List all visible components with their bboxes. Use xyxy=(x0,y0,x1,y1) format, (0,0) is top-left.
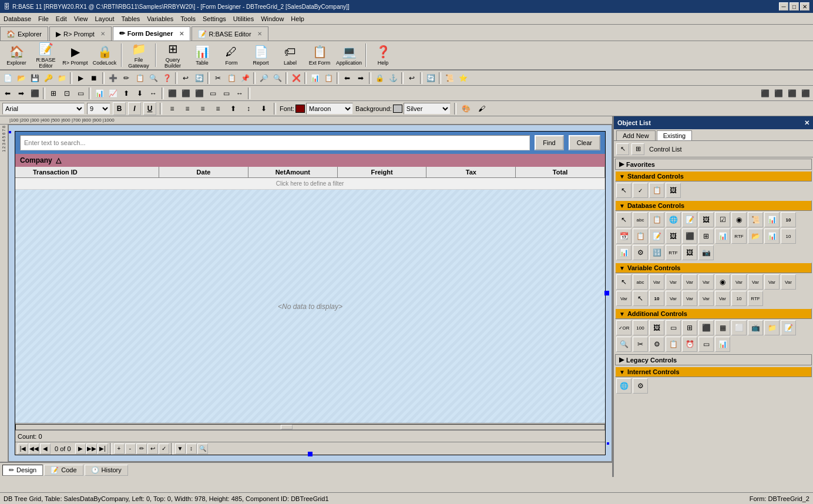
tab-rbase-editor[interactable]: 📝 R:BASE Editor ✕ xyxy=(192,26,268,41)
db-ctrl-13[interactable]: 📋 xyxy=(633,229,648,244)
grid-mode-btn[interactable]: ⊞ xyxy=(631,143,644,155)
ctrl-arrow[interactable]: ↖ xyxy=(616,183,631,198)
var-ctrl-17[interactable]: Var xyxy=(698,291,714,306)
db-ctrl-19[interactable]: RTF xyxy=(731,229,747,244)
search-input[interactable] xyxy=(20,135,530,150)
paste-icon[interactable]: 📌 xyxy=(238,72,251,85)
internet-header[interactable]: ▼ Internet Controls xyxy=(615,367,812,377)
clear-button[interactable]: Clear xyxy=(569,135,600,150)
refresh-icon[interactable]: 🔄 xyxy=(424,72,437,85)
db-ctrl-16[interactable]: ⬛ xyxy=(682,229,697,244)
tb2-17[interactable]: ⬛ xyxy=(193,87,206,100)
tab-explorer[interactable]: 🏠 Explorer xyxy=(0,26,48,41)
db-ctrl-21[interactable]: 📊 xyxy=(764,229,780,244)
h-scroll-track[interactable] xyxy=(15,424,605,430)
top-left-handle[interactable] xyxy=(9,131,11,133)
var-ctrl-8[interactable]: Var xyxy=(731,274,747,290)
toolbar-btn-explorer[interactable]: 🏠 Explorer xyxy=(2,42,31,69)
toolbar-btn-help[interactable]: ❓ Help xyxy=(369,42,397,69)
tb1-21[interactable]: ➡ xyxy=(354,72,367,85)
tab-close-prompt[interactable]: ✕ xyxy=(100,31,105,37)
menu-item-help[interactable]: Help xyxy=(287,14,308,23)
tb2-2[interactable]: ➡ xyxy=(15,87,28,100)
add-ctrl-14[interactable]: ⚙ xyxy=(649,337,664,352)
add-ctrl-4[interactable]: ▭ xyxy=(666,320,681,335)
tb2-5[interactable]: ⊞ xyxy=(47,87,60,100)
sort-icon[interactable]: 📋 xyxy=(133,72,146,85)
minimize-btn[interactable]: ─ xyxy=(779,2,788,11)
open-icon[interactable]: 📂 xyxy=(15,72,28,85)
tb2-9[interactable]: 📊 xyxy=(93,87,106,100)
menu-item-variables[interactable]: Variables xyxy=(143,14,177,23)
variable-header[interactable]: ▼ Variable Controls xyxy=(615,263,812,273)
toolbar-btn-label[interactable]: 🏷 Label xyxy=(276,42,304,69)
nav-next[interactable]: ▶ xyxy=(75,443,86,454)
add-ctrl-12[interactable]: 🔍 xyxy=(616,337,631,352)
var-ctrl-16[interactable]: Var xyxy=(682,291,697,306)
nav-refresh2[interactable]: ↩ xyxy=(147,443,158,454)
nav-filter[interactable]: ▼ xyxy=(175,443,186,454)
toolbar-btn-rbase-editor[interactable]: 📝 R:BASE Editor xyxy=(32,42,60,69)
h-scrollbar[interactable] xyxy=(15,423,605,430)
new-icon[interactable]: 📄 xyxy=(1,72,14,85)
align-top-btn[interactable]: ⬆ xyxy=(227,102,240,115)
db-ctrl-23[interactable]: 📊 xyxy=(616,245,631,260)
add-ctrl-3[interactable]: 🖼 xyxy=(649,320,664,335)
bold-btn[interactable]: B xyxy=(113,102,126,115)
add-ctrl-13[interactable]: ✂ xyxy=(633,337,648,352)
db-ctrl-12[interactable]: 📆 xyxy=(616,229,631,244)
toolbar-btn-ext-form[interactable]: 📋 Ext Form xyxy=(305,42,334,69)
add-ctrl-17[interactable]: ▭ xyxy=(698,337,714,352)
tb1-20[interactable]: ⬅ xyxy=(341,72,354,85)
bottom-tab-code[interactable]: 📝 Code xyxy=(44,465,83,476)
var-ctrl-10[interactable]: Var xyxy=(764,274,780,290)
right-handle[interactable] xyxy=(604,291,609,295)
db-ctrl-2[interactable]: abc xyxy=(633,212,648,227)
title-bar-controls[interactable]: ─ □ ✕ xyxy=(779,2,809,11)
var-ctrl-18[interactable]: Var xyxy=(715,291,730,306)
filter-row[interactable]: Click here to define a filter xyxy=(15,178,605,190)
object-list-close[interactable]: ✕ xyxy=(804,119,809,127)
zoom-in-icon[interactable]: 🔎 xyxy=(257,72,270,85)
add-ctrl-8[interactable]: ⬜ xyxy=(731,320,747,335)
menu-item-tools[interactable]: Tools xyxy=(177,14,199,23)
db-ctrl-5[interactable]: 📝 xyxy=(682,212,697,227)
tb1-29[interactable]: 📜 xyxy=(443,72,456,85)
var-ctrl-13[interactable]: ↖ xyxy=(633,291,648,306)
tb2-18[interactable]: ▭ xyxy=(206,87,219,100)
var-ctrl-5[interactable]: Var xyxy=(682,274,697,290)
menu-item-file[interactable]: File xyxy=(35,14,52,23)
var-ctrl-11[interactable]: Var xyxy=(781,274,796,290)
toolbar-btn-table[interactable]: 📊 Table xyxy=(188,42,216,69)
menu-item-utilities[interactable]: Utilities xyxy=(230,14,257,23)
filter-main[interactable]: Click here to define a filter xyxy=(15,178,605,189)
db-ctrl-6[interactable]: 🖼 xyxy=(698,212,714,227)
inet-ctrl-1[interactable]: 🌐 xyxy=(616,378,631,394)
menu-item-window[interactable]: Window xyxy=(257,14,287,23)
toolbar-btn-query-builder[interactable]: ⊞ Query Builder xyxy=(159,42,187,69)
dbtreegrid[interactable]: Find Clear Company △ Transaction ID Date… xyxy=(15,131,606,455)
tb2-13[interactable]: ↔ xyxy=(147,87,160,100)
bottom-tab-history[interactable]: 🕐 History xyxy=(85,465,128,476)
nav-save[interactable]: ✓ xyxy=(159,443,169,454)
var-ctrl-1[interactable]: ↖ xyxy=(616,274,631,290)
tb1-24[interactable]: ⚓ xyxy=(387,72,399,85)
favorites-header[interactable]: ▶ Favorites xyxy=(615,159,812,170)
db-ctrl-14[interactable]: 📝 xyxy=(649,229,664,244)
tb2-align1[interactable]: ⬛ xyxy=(758,87,771,100)
nav-sort[interactable]: ↕ xyxy=(186,443,197,454)
ctrl-clipboard[interactable]: 📋 xyxy=(649,183,664,198)
bottom-tab-design[interactable]: ✏ Design xyxy=(2,465,43,476)
db-ctrl-26[interactable]: RTF xyxy=(666,245,681,260)
underline-btn[interactable]: U xyxy=(143,102,156,115)
tb2-6[interactable]: ⊡ xyxy=(61,87,73,100)
ctrl-check[interactable]: ✓ xyxy=(633,183,648,198)
zoom-out-icon[interactable]: 🔍 xyxy=(271,72,284,85)
tab-close-form-designer[interactable]: ✕ xyxy=(179,31,184,37)
delete-icon[interactable]: ❌ xyxy=(290,72,303,85)
tab-add-new[interactable]: Add New xyxy=(616,130,656,140)
db-ctrl-20[interactable]: 📂 xyxy=(748,229,763,244)
tb2-align2[interactable]: ⬛ xyxy=(772,87,785,100)
add-ctrl-7[interactable]: ▦ xyxy=(715,320,730,335)
tb2-align4[interactable]: ⬛ xyxy=(799,87,812,100)
